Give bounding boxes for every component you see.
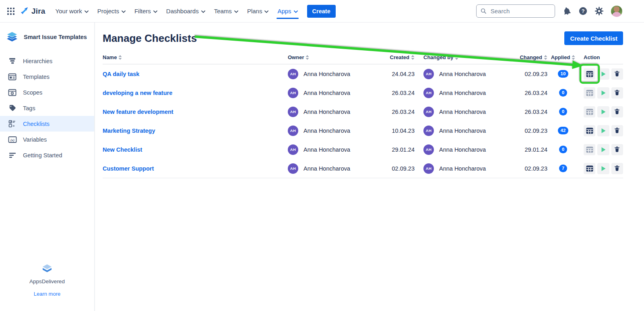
play-icon [600,90,606,96]
trash-icon [614,165,620,172]
checklist-name-link[interactable]: New feature development [103,109,173,115]
search-box[interactable] [476,4,555,18]
column-header-name[interactable]: Name [103,54,288,60]
created-date: 26.03.24 [380,109,415,115]
owner-name: Anna Honcharova [303,90,350,96]
nav-item-filters[interactable]: Filters [130,0,162,23]
table-row: QA daily task AH Anna Honcharova 24.04.2… [103,64,623,83]
checklists-icon [8,119,17,128]
sidebar-item-getting-started[interactable]: Getting Started [0,147,94,163]
play-icon [600,109,606,115]
play-icon [600,165,606,172]
sidebar-item-tags[interactable]: Tags [0,100,94,116]
column-header-owner[interactable]: Owner [288,54,380,60]
run-apply-button[interactable] [597,106,609,117]
sidebar: Smart Issue Templates Hierarchies Templa… [0,23,95,311]
user-avatar[interactable] [611,6,622,17]
changed-by-avatar: AH [423,88,434,98]
owner-avatar: AH [288,163,298,174]
notifications-button[interactable] [563,7,571,15]
view-table-button[interactable] [584,106,595,117]
app-switcher-button[interactable] [4,4,18,18]
run-apply-button[interactable] [597,68,609,80]
view-table-button[interactable] [584,144,595,155]
delete-button[interactable] [611,106,623,117]
sidebar-item-templates[interactable]: Templates [0,69,94,84]
column-header-changed[interactable]: Changed [517,54,547,60]
run-apply-button[interactable] [597,125,609,136]
create-button[interactable]: Create [307,5,336,18]
gear-icon [595,7,603,15]
owner-avatar: AH [288,144,298,155]
app-header: Smart Issue Templates [0,23,94,53]
table-grid-icon [586,90,593,96]
nav-item-teams[interactable]: Teams [210,0,243,23]
created-date: 10.04.23 [380,128,415,134]
changed-date: 02.09.23 [517,71,547,77]
sidebar-footer: AppsDelivered Learn more [0,264,94,297]
column-header-changed-by[interactable]: Changed by [415,54,517,60]
checklist-name-link[interactable]: Marketing Strategy [103,128,155,134]
run-apply-button[interactable] [597,144,609,155]
nav-item-dashboards[interactable]: Dashboards [162,0,210,23]
view-table-button[interactable] [584,87,595,99]
table-grid-icon [586,165,593,172]
view-table-button[interactable] [584,163,595,174]
applied-count-badge: 0 [559,89,567,97]
delete-button[interactable] [611,163,623,174]
grid-icon [7,8,14,15]
checklists-table: Name Owner Created Changed by Changed Ap… [103,51,623,178]
sidebar-item-checklists[interactable]: Checklists [0,116,94,132]
sort-icon [118,55,122,60]
column-header-applied[interactable]: Applied [547,54,579,60]
created-date: 29.01.24 [380,146,415,153]
owner-name: Anna Honcharova [303,71,350,77]
delete-button[interactable] [611,144,623,155]
nav-item-apps[interactable]: Apps [273,0,302,23]
trash-icon [614,146,620,153]
delete-button[interactable] [611,68,623,80]
changed-date: 29.01.24 [517,146,547,153]
help-button[interactable]: ? [579,7,587,15]
table-header-row: Name Owner Created Changed by Changed Ap… [103,51,623,64]
view-table-button[interactable] [584,68,595,80]
checklist-name-link[interactable]: New Checklist [103,146,142,153]
appsdelivered-logo-icon [42,264,52,273]
table-body: QA daily task AH Anna Honcharova 24.04.2… [103,64,623,178]
search-input[interactable] [490,7,551,15]
sidebar-item-hierarchies[interactable]: Hierarchies [0,53,94,69]
table-row: Customer Support AH Anna Honcharova 02.0… [103,159,623,178]
create-checklist-button[interactable]: Create Checklist [564,31,623,45]
run-apply-button[interactable] [597,87,609,99]
learn-more-link[interactable]: Learn more [34,291,60,297]
column-header-created[interactable]: Created [380,54,415,60]
delete-button[interactable] [611,87,623,99]
jira-logo[interactable]: Jira [19,6,45,16]
changed-by-name: Anna Honcharova [439,109,486,115]
view-table-button[interactable] [584,125,595,136]
table-grid-icon [586,146,593,153]
chevron-down-icon [294,10,298,13]
nav-item-plans[interactable]: Plans [243,0,273,23]
checklist-name-link[interactable]: developing a new feature [103,90,172,96]
run-apply-button[interactable] [597,163,609,174]
main-content: Manage Checklists Create Checklist Name … [95,23,644,311]
sort-icon [305,55,309,60]
sidebar-item-scopes[interactable]: Scopes [0,84,94,100]
settings-button[interactable] [595,7,603,15]
changed-by-name: Anna Honcharova [439,71,486,77]
changed-date: 02.09.23 [517,128,547,134]
delete-button[interactable] [611,125,623,136]
page-title: Manage Checklists [103,31,197,45]
table-grid-icon [586,71,593,77]
sort-icon [544,55,547,60]
nav-item-projects[interactable]: Projects [93,0,130,23]
checklist-name-link[interactable]: QA daily task [103,71,139,77]
nav-item-your-work[interactable]: Your work [51,0,93,23]
owner-name: Anna Honcharova [303,109,350,115]
owner-avatar: AH [288,107,298,117]
search-icon [481,8,487,14]
changed-by-avatar: AH [423,107,434,117]
checklist-name-link[interactable]: Customer Support [103,165,154,172]
sidebar-item-variables[interactable]: (x) Variables [0,132,94,147]
